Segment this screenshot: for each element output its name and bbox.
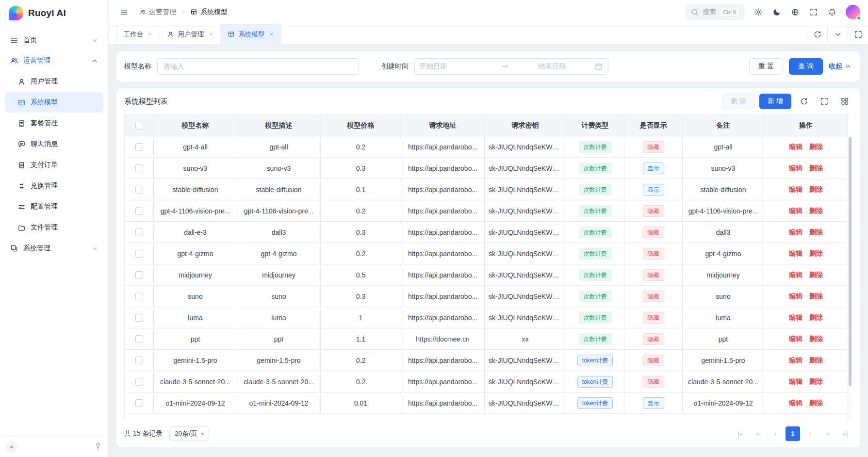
row-checkbox[interactable] [135,357,143,364]
fullscreen-icon[interactable] [806,4,821,20]
row-checkbox[interactable] [135,186,143,194]
sidebar-item-config-management[interactable]: 配置管理 [5,196,103,217]
dark-mode-icon[interactable] [769,4,785,20]
page-size-select[interactable]: 20条/页 ▾ [169,426,209,441]
edit-link[interactable]: 编辑 [789,377,802,386]
delete-link[interactable]: 删除 [809,207,823,215]
delete-link[interactable]: 删除 [809,164,823,173]
edit-link[interactable]: 编辑 [789,335,802,343]
content-fullscreen-icon[interactable] [848,24,868,44]
last-page-button[interactable]: »| [838,426,852,441]
next-page-button[interactable]: › [803,426,818,441]
close-tab-icon[interactable] [147,32,153,37]
refresh-table-icon[interactable] [796,94,812,109]
tab-system-model[interactable]: 系统模型 [221,24,281,44]
close-tab-icon[interactable] [269,32,274,37]
user-icon [167,31,174,38]
sidebar-item-payment-orders[interactable]: 支付订单 [5,155,103,175]
row-checkbox[interactable] [135,271,143,279]
billing-type-tag: 次数计费 [579,227,612,238]
sidebar-item-package-management[interactable]: 套餐管理 [5,113,103,133]
first-page-button[interactable]: |« [733,426,748,441]
select-all-checkbox[interactable] [135,122,143,130]
edit-link[interactable]: 编辑 [789,164,802,173]
collapse-sidebar-icon[interactable]: « [6,441,17,453]
create-time-range-picker[interactable]: 开始日期 结束日期 [414,58,608,75]
row-checkbox[interactable] [135,250,143,258]
edit-link[interactable]: 编辑 [789,271,802,279]
collapse-filter-link[interactable]: 收起 [829,62,852,71]
delete-link[interactable]: 删除 [809,377,823,386]
delete-link[interactable]: 删除 [809,292,823,301]
pin-icon[interactable] [94,442,102,451]
tabs-menu-icon[interactable] [827,24,848,44]
query-button[interactable]: 查 询 [789,58,823,75]
delete-link[interactable]: 删除 [809,143,823,151]
edit-link[interactable]: 编辑 [789,356,802,365]
avatar[interactable] [846,5,860,19]
delete-link[interactable]: 删除 [809,335,823,343]
tab-workbench[interactable]: 工作台 [116,24,160,44]
delete-link[interactable]: 删除 [809,185,823,194]
current-page-button[interactable]: 1 [786,426,800,441]
sidebar-item-file-management[interactable]: 文件管理 [5,217,103,238]
cell-request-url: https://api.pandarobo... [401,243,485,264]
row-checkbox[interactable] [135,207,143,215]
edit-link[interactable]: 编辑 [789,185,802,194]
row-checkbox[interactable] [135,143,143,151]
cell-model-name: stable-diffusion [154,179,237,200]
end-date-input[interactable]: 结束日期 [513,62,590,71]
table-fullscreen-icon[interactable] [817,94,832,109]
model-name-input[interactable] [157,58,359,75]
batch-delete-button[interactable]: 删 除 [722,94,754,109]
sidebar-item-redeem-management[interactable]: 兑换管理 [5,176,103,196]
sidebar: Ruoyi AI 首页运营管理用户管理系统模型套餐管理聊天消息支付订单兑换管理配… [0,0,109,457]
sidebar-group-operations[interactable]: 运营管理 [5,50,103,71]
edit-link[interactable]: 编辑 [789,313,802,322]
row-checkbox[interactable] [135,228,143,236]
sidebar-group-system-management[interactable]: 系统管理 [5,238,103,259]
sidebar-item-chat-messages[interactable]: 聊天消息 [5,134,103,154]
breadcrumb-item[interactable]: 运营管理 [139,8,176,16]
scrollbar-thumb[interactable] [849,137,852,386]
sidebar-group-home[interactable]: 首页 [5,30,103,50]
edit-link[interactable]: 编辑 [789,228,802,237]
row-checkbox[interactable] [135,378,143,386]
delete-link[interactable]: 删除 [809,249,823,258]
vertical-scrollbar[interactable] [848,136,852,419]
row-checkbox[interactable] [135,293,143,300]
close-tab-icon[interactable] [208,32,213,37]
sidebar-item-user-management[interactable]: 用户管理 [5,71,103,92]
start-date-input[interactable]: 开始日期 [420,62,497,71]
delete-link[interactable]: 删除 [809,313,823,322]
delete-link[interactable]: 删除 [809,271,823,279]
jump-backward-button[interactable]: « [751,426,765,441]
sidebar-item-system-model[interactable]: 系统模型 [5,92,103,113]
notifications-icon[interactable] [824,4,840,20]
edit-link[interactable]: 编辑 [789,399,802,408]
edit-link[interactable]: 编辑 [789,249,802,258]
menu-toggle-icon[interactable] [116,4,132,20]
add-button[interactable]: 新 增 [759,94,791,109]
delete-link[interactable]: 删除 [809,356,823,365]
delete-link[interactable]: 删除 [809,399,823,408]
row-checkbox[interactable] [135,399,143,407]
refresh-page-icon[interactable] [807,24,827,44]
breadcrumb-item[interactable]: 系统模型 [190,8,228,16]
edit-link[interactable]: 编辑 [789,143,802,151]
prev-page-button[interactable]: ‹ [768,426,783,441]
tab-user-management[interactable]: 用户管理 [160,24,221,44]
row-checkbox[interactable] [135,164,143,172]
edit-link[interactable]: 编辑 [789,207,802,215]
settings-icon[interactable] [751,4,766,20]
jump-forward-button[interactable]: » [820,426,835,441]
delete-link[interactable]: 删除 [809,228,823,237]
edit-link[interactable]: 编辑 [789,292,802,301]
search-input[interactable]: 搜索 Ctrl K [686,4,745,20]
row-checkbox[interactable] [135,335,143,343]
reset-button[interactable]: 重 置 [749,58,783,75]
language-icon[interactable] [787,4,803,20]
column-settings-icon[interactable] [837,94,852,109]
row-checkbox[interactable] [135,314,143,322]
brand[interactable]: Ruoyi AI [0,0,108,26]
